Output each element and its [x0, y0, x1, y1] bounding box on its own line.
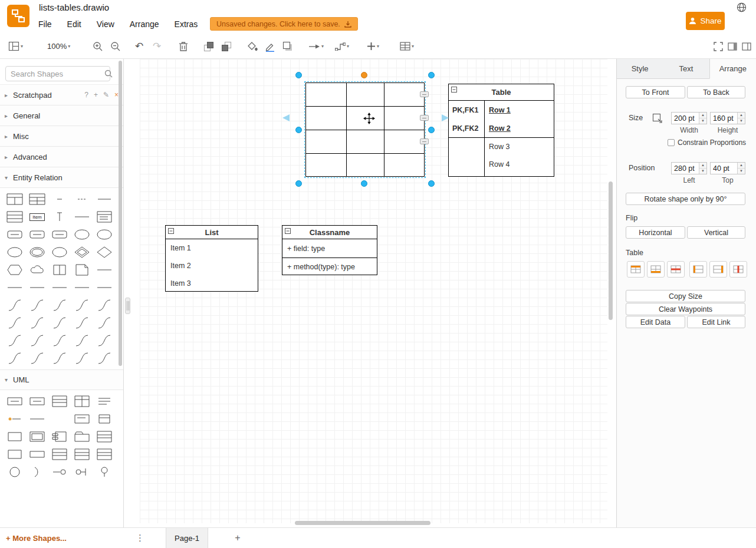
drawio-logo-icon[interactable]	[7, 5, 29, 27]
shape-thumbnail-curve[interactable]	[48, 314, 71, 332]
insert-row-below-button[interactable]	[647, 261, 665, 278]
width-stepper[interactable]: ▲▼	[699, 113, 706, 124]
unsaved-changes-banner[interactable]: Unsaved changes. Click here to save.	[210, 17, 358, 31]
copy-size-button[interactable]: Copy Size	[626, 290, 745, 302]
stepper-down-icon[interactable]: ▼	[699, 118, 706, 124]
diagram-canvas[interactable]: Table PK,FK1 Row 1 PK,FK2 Row 2 Row 3 Ro…	[124, 59, 616, 527]
scratchpad-edit-icon[interactable]: ✎	[103, 91, 109, 99]
shape-thumbnail-vline[interactable]	[48, 208, 71, 226]
undo-button[interactable]: ↶	[135, 39, 143, 54]
class-method[interactable]: + method(type): type	[282, 258, 377, 275]
edit-data-button[interactable]: Edit Data	[626, 316, 685, 328]
insert-button[interactable]: ▾	[367, 39, 379, 54]
sidebar-section-general[interactable]: ▸ General	[0, 105, 123, 126]
stepper-up-icon[interactable]: ▲	[699, 113, 706, 118]
shape-thumbnail-module[interactable]	[48, 428, 71, 445]
shape-thumbnail-table2b[interactable]	[26, 190, 48, 208]
language-globe-icon[interactable]	[737, 2, 747, 14]
shape-thumbnail-hline[interactable]	[26, 410, 48, 428]
resize-handle-sw[interactable]	[295, 180, 302, 187]
shape-thumbnail-textlines[interactable]	[93, 392, 116, 410]
shape-thumbnail-curve[interactable]	[4, 296, 26, 314]
shape-thumbnail-curve[interactable]	[93, 349, 116, 367]
redo-button[interactable]: ↷	[153, 39, 161, 54]
class-shape[interactable]: Classname + field: type + method(type): …	[282, 225, 377, 275]
insert-column-right-button[interactable]	[709, 261, 727, 278]
to-back-panel-button[interactable]: To Back	[687, 86, 745, 98]
connection-style-button[interactable]: ▾	[308, 39, 324, 54]
tab-arrange[interactable]: Arrange	[709, 59, 756, 79]
shape-thumbnail-hline[interactable]	[93, 279, 116, 296]
shape-thumbnail-curve[interactable]	[48, 349, 71, 367]
shape-thumbnail-rect2[interactable]	[26, 428, 48, 445]
shape-thumbnail-item[interactable]: Item	[26, 208, 48, 226]
sidebar-resize-handle[interactable]	[125, 298, 130, 314]
menu-edit[interactable]: Edit	[67, 19, 81, 29]
shape-thumbnail-package[interactable]	[71, 428, 93, 445]
table-row[interactable]: Row 3	[449, 138, 554, 156]
rotate-handle[interactable]	[361, 72, 367, 78]
shape-thumbnail-curve[interactable]	[71, 349, 93, 367]
shape-thumbnail-hline[interactable]	[4, 279, 26, 296]
resize-handle-se[interactable]	[428, 180, 435, 187]
connect-arrow-left-icon[interactable]	[281, 113, 290, 123]
shape-thumbnail-dash_l[interactable]	[93, 190, 116, 208]
height-stepper[interactable]: ▲▼	[737, 113, 745, 124]
shape-thumbnail-curve[interactable]	[93, 296, 116, 314]
left-stepper[interactable]: ▲▼	[699, 163, 706, 174]
collapse-icon[interactable]	[451, 87, 457, 93]
to-front-button[interactable]	[203, 39, 214, 54]
scratchpad-add-icon[interactable]: +	[94, 91, 98, 99]
shape-thumbnail-rectlabel[interactable]	[4, 392, 26, 410]
row-resize-handle[interactable]	[420, 138, 429, 144]
rotate-90-button[interactable]: Rotate shape only by 90°	[626, 193, 745, 205]
shape-thumbnail-diamond2[interactable]	[71, 243, 93, 261]
shape-thumbnail-rect[interactable]	[4, 428, 26, 445]
shape-thumbnail-pill[interactable]	[48, 226, 71, 243]
table-row[interactable]: PK,FK2 Row 2	[449, 119, 554, 137]
shape-thumbnail-hline[interactable]	[71, 208, 93, 226]
shape-thumbnail-rectgrid[interactable]	[71, 392, 93, 410]
shape-thumbnail-rectsmall[interactable]	[93, 410, 116, 428]
search-input[interactable]	[5, 66, 110, 81]
row-resize-handle[interactable]	[420, 115, 429, 121]
sidebar-section-scratchpad[interactable]: ▸ Scratchpad ? + ✎ ×	[0, 85, 123, 105]
constrain-proportions-checkbox[interactable]	[668, 139, 675, 146]
shape-thumbnail-ellipse[interactable]	[71, 226, 93, 243]
sidebar-section-entity-relation[interactable]: ▾ Entity Relation	[0, 167, 123, 188]
autosize-button[interactable]	[651, 112, 663, 124]
edit-link-button[interactable]: Edit Link	[687, 316, 745, 328]
list-item[interactable]: Item 1	[166, 239, 258, 257]
class-field[interactable]: + field: type	[282, 239, 377, 258]
scratchpad-help-icon[interactable]: ?	[84, 91, 88, 99]
delete-column-button[interactable]	[729, 261, 747, 278]
list-shape[interactable]: List Item 1 Item 2 Item 3	[165, 225, 258, 292]
shape-thumbnail-rectlines[interactable]	[48, 445, 71, 463]
shape-thumbnail-curve[interactable]	[26, 332, 48, 349]
page-tab[interactable]: Page-1	[166, 528, 208, 548]
zoom-select[interactable]: 100% ▾	[47, 39, 70, 54]
collapse-icon[interactable]	[285, 228, 291, 234]
shape-thumbnail-curve[interactable]	[4, 332, 26, 349]
shape-thumbnail-hline[interactable]	[71, 279, 93, 296]
shape-thumbnail-ellipse2[interactable]	[26, 243, 48, 261]
insert-row-above-button[interactable]	[627, 261, 645, 278]
shape-thumbnail-hline[interactable]	[48, 279, 71, 296]
shape-thumbnail-dotline[interactable]	[4, 410, 26, 428]
shape-thumbnail-curve[interactable]	[4, 314, 26, 332]
sidebar-scrollbar[interactable]	[119, 61, 122, 366]
fill-color-button[interactable]	[247, 39, 258, 54]
shape-thumbnail-cloud[interactable]	[26, 261, 48, 279]
shape-thumbnail-titlebox[interactable]	[71, 410, 93, 428]
shape-thumbnail-rectlines[interactable]	[71, 445, 93, 463]
stepper-up-icon[interactable]: ▲	[738, 163, 745, 169]
zoom-out-button[interactable]	[110, 39, 121, 54]
list-item[interactable]: Item 2	[166, 257, 258, 275]
shape-thumbnail-hline[interactable]	[93, 261, 116, 279]
resize-handle-s[interactable]	[361, 180, 367, 187]
zoom-in-button[interactable]	[93, 39, 103, 54]
shape-thumbnail-curve[interactable]	[26, 349, 48, 367]
shape-thumbnail-curve[interactable]	[71, 332, 93, 349]
delete-button[interactable]	[179, 39, 188, 54]
stepper-up-icon[interactable]: ▲	[738, 113, 745, 118]
